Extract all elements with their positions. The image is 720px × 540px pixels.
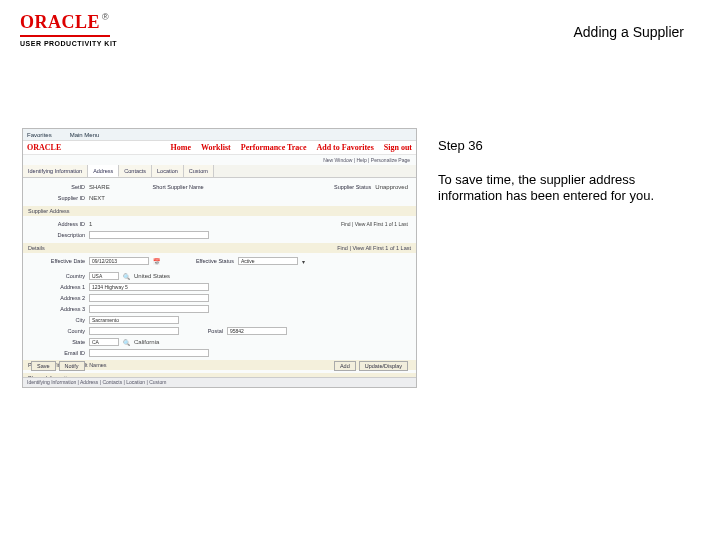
nav-small2: Find | View All First 1 of 1 Last bbox=[337, 243, 411, 253]
nav-worklist: Worklist bbox=[201, 143, 231, 152]
lookup-icon: 🔍 bbox=[123, 339, 130, 346]
supplier-status-label: Supplier Status bbox=[281, 184, 371, 190]
email-label: Email ID bbox=[31, 350, 85, 356]
save-button: Save bbox=[31, 361, 56, 371]
country-label: Country bbox=[31, 273, 85, 279]
nav-small: Find | View All First 1 of 1 Last bbox=[341, 221, 408, 227]
nav-home: Home bbox=[171, 143, 191, 152]
app-brand: ORACLE bbox=[27, 143, 61, 152]
tab-location: Location bbox=[152, 165, 184, 177]
city-label: City bbox=[31, 317, 85, 323]
tab-contacts: Contacts bbox=[119, 165, 152, 177]
county-label: County bbox=[31, 328, 85, 334]
addr1-label: Address 1 bbox=[31, 284, 85, 290]
setid-label: SetID bbox=[31, 184, 85, 190]
nav-favorites: Add to Favorites bbox=[316, 143, 373, 152]
effdt-label: Effective Date bbox=[31, 258, 85, 264]
app-header: ORACLE Home Worklist Performance Trace A… bbox=[23, 141, 416, 155]
page-tools: New Window | Help | Personalize Page bbox=[23, 155, 416, 165]
address-id-value: 1 bbox=[89, 221, 92, 227]
addr1-input: 1234 Highway 5 bbox=[89, 283, 209, 291]
effst-input: Active bbox=[238, 257, 298, 265]
nav-trace: Performance Trace bbox=[241, 143, 307, 152]
postal-input: 95842 bbox=[227, 327, 287, 335]
state-input: CA bbox=[89, 338, 119, 346]
description-label: Description bbox=[31, 232, 85, 238]
kit-label: USER PRODUCTIVITY KIT bbox=[20, 40, 117, 47]
chevron-down-icon: ▾ bbox=[302, 258, 305, 265]
address-id-label: Address ID bbox=[31, 221, 85, 227]
addr2-label: Address 2 bbox=[31, 295, 85, 301]
breadcrumb-item: Main Menu bbox=[70, 132, 100, 138]
addr2-input bbox=[89, 294, 209, 302]
footer-buttons: Save Notify Add Update/Display bbox=[31, 361, 408, 371]
calendar-icon: 📅 bbox=[153, 258, 160, 265]
supplier-status-value: Unapproved bbox=[375, 184, 408, 190]
city-input: Sacramento bbox=[89, 316, 179, 324]
header-nav: Home Worklist Performance Trace Add to F… bbox=[171, 143, 412, 152]
addr3-input bbox=[89, 305, 209, 313]
effdt-input: 09/12/2013 bbox=[89, 257, 149, 265]
breadcrumb-bar: Favorites Main Menu bbox=[23, 129, 416, 141]
brand-underline bbox=[20, 35, 110, 37]
nav-signout: Sign out bbox=[384, 143, 412, 152]
breadcrumb-item: Favorites bbox=[27, 132, 52, 138]
tab-strip: Identifying Information Address Contacts… bbox=[23, 165, 416, 178]
lookup-icon: 🔍 bbox=[123, 273, 130, 280]
notify-button: Notify bbox=[59, 361, 85, 371]
tab-identifying: Identifying Information bbox=[23, 165, 88, 177]
oracle-logo: ORACLE® USER PRODUCTIVITY KIT bbox=[20, 12, 117, 47]
setid-value: SHARE bbox=[89, 184, 110, 190]
brand-text: ORACLE bbox=[20, 12, 100, 32]
effst-label: Effective Status bbox=[164, 258, 234, 264]
update-button: Update/Display bbox=[359, 361, 408, 371]
step-description: To save time, the supplier address infor… bbox=[438, 172, 688, 205]
email-input bbox=[89, 349, 209, 357]
addr3-label: Address 3 bbox=[31, 306, 85, 312]
supplier-address-header: Supplier Address bbox=[23, 206, 416, 216]
step-label: Step 36 bbox=[438, 138, 483, 153]
page-title: Adding a Supplier bbox=[573, 24, 684, 40]
trademark-icon: ® bbox=[102, 12, 109, 22]
tab-address: Address bbox=[88, 165, 119, 177]
tab-custom: Custom bbox=[184, 165, 214, 177]
supplier-id-value: NEXT bbox=[89, 195, 105, 201]
state-name: California bbox=[134, 339, 159, 345]
app-screenshot: Favorites Main Menu ORACLE Home Worklist… bbox=[22, 128, 417, 388]
supplier-id-label: Supplier ID bbox=[31, 195, 85, 201]
add-button: Add bbox=[334, 361, 356, 371]
supplier-name-label: Short Supplier Name bbox=[114, 184, 204, 190]
country-input: USA bbox=[89, 272, 119, 280]
state-label: State bbox=[31, 339, 85, 345]
county-input bbox=[89, 327, 179, 335]
status-bar: Identifying Information | Address | Cont… bbox=[23, 377, 416, 387]
description-input bbox=[89, 231, 209, 239]
details-header: DetailsFind | View All First 1 of 1 Last bbox=[23, 243, 416, 253]
country-name: United States bbox=[134, 273, 170, 279]
postal-label: Postal bbox=[183, 328, 223, 334]
